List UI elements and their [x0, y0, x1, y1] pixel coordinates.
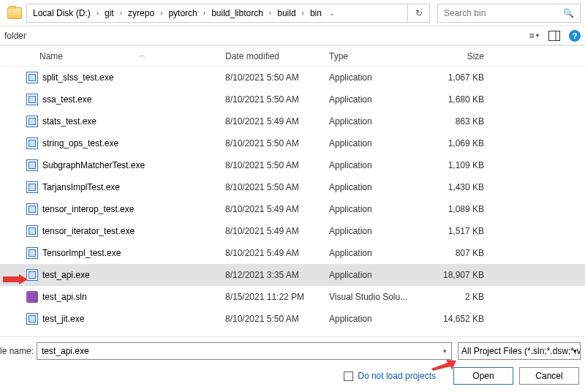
refresh-button[interactable]: ↻	[408, 4, 430, 23]
file-date: 8/12/2021 3:35 AM	[218, 270, 322, 280]
help-button[interactable]: ?	[565, 28, 585, 44]
file-size: 1,430 KB	[411, 182, 506, 192]
sort-indicator-icon: ︿	[139, 50, 146, 60]
file-type: Application	[322, 94, 411, 105]
breadcrumb[interactable]: Local Disk (D:)›git›zyrepo›pytorch›build…	[26, 4, 408, 23]
file-size: 1,517 KB	[411, 226, 506, 236]
file-type: Application	[322, 248, 411, 258]
file-row[interactable]: test_api.sln8/15/2021 11:22 PMVisual Stu…	[0, 286, 585, 308]
file-row[interactable]: stats_test.exe8/10/2021 5:49 AMApplicati…	[0, 110, 585, 132]
file-size: 863 KB	[411, 116, 506, 127]
column-name[interactable]: Name︿	[0, 51, 218, 61]
preview-pane-button[interactable]	[544, 28, 565, 44]
open-button[interactable]: Open	[453, 367, 513, 385]
file-size: 14,652 KB	[411, 314, 506, 324]
file-type: Visual Studio Solu...	[322, 292, 411, 302]
file-type: Application	[322, 116, 411, 127]
file-row[interactable]: split_slss_test.exe8/10/2021 5:50 AMAppl…	[0, 67, 585, 88]
file-row[interactable]: tensor_iterator_test.exe8/10/2021 5:49 A…	[0, 220, 585, 242]
application-file-icon	[26, 269, 38, 281]
application-file-icon	[26, 159, 38, 171]
cancel-button[interactable]: Cancel	[519, 367, 579, 385]
column-size[interactable]: Size	[411, 51, 506, 61]
file-type: Application	[322, 72, 411, 83]
file-size: 1,067 KB	[411, 72, 506, 83]
application-file-icon	[26, 181, 38, 193]
search-placeholder: Search bin	[444, 8, 563, 18]
breadcrumb-segment[interactable]: build	[274, 8, 298, 18]
application-file-icon	[26, 137, 38, 149]
file-name: tensor_iterator_test.exe	[42, 226, 135, 236]
breadcrumb-segment[interactable]: bin	[307, 8, 325, 18]
folder-label: folder	[4, 31, 26, 41]
file-name: stats_test.exe	[42, 116, 97, 127]
chevron-right-icon: ›	[202, 9, 207, 17]
search-input[interactable]: Search bin 🔍	[437, 4, 581, 23]
filename-input[interactable]: test_api.exe ▾	[37, 342, 452, 360]
file-type: Application	[322, 226, 411, 236]
file-type: Application	[322, 182, 411, 192]
file-name: test_api.sln	[42, 292, 87, 302]
chevron-right-icon: ›	[159, 9, 164, 17]
file-name: ssa_test.exe	[42, 94, 91, 105]
file-date: 8/10/2021 5:50 AM	[218, 94, 322, 105]
file-size: 2 KB	[411, 292, 506, 302]
file-date: 8/10/2021 5:50 AM	[218, 314, 322, 324]
file-size: 1,680 KB	[411, 94, 506, 105]
filename-value: test_api.exe	[42, 346, 89, 356]
chevron-right-icon: ›	[118, 9, 124, 17]
bottom-panel: le name: test_api.exe ▾ All Project File…	[0, 336, 585, 392]
search-icon: 🔍	[563, 8, 574, 18]
breadcrumb-segment[interactable]: Local Disk (D:)	[30, 8, 94, 18]
application-file-icon	[26, 203, 38, 215]
column-date[interactable]: Date modified	[218, 51, 322, 61]
file-row[interactable]: test_api.exe8/12/2021 3:35 AMApplication…	[0, 264, 585, 286]
breadcrumb-segment[interactable]: git	[102, 8, 117, 18]
toolbar: folder ≡ ▾ ?	[0, 26, 585, 45]
application-file-icon	[26, 94, 38, 105]
chevron-down-icon[interactable]: ⌄	[326, 10, 341, 17]
view-options-button[interactable]: ≡ ▾	[524, 28, 544, 44]
file-name: TensorImpl_test.exe	[42, 248, 121, 258]
file-row[interactable]: ssa_test.exe8/10/2021 5:50 AMApplication…	[0, 88, 585, 110]
file-row[interactable]: SubgraphMatcherTest.exe8/10/2021 5:50 AM…	[0, 154, 585, 176]
application-file-icon	[26, 313, 38, 325]
file-name: TarjansImplTest.exe	[42, 182, 120, 192]
file-date: 8/10/2021 5:49 AM	[218, 204, 322, 214]
checkbox-icon	[344, 372, 353, 381]
file-date: 8/10/2021 5:49 AM	[218, 248, 322, 258]
breadcrumb-segment[interactable]: pytorch	[165, 8, 200, 18]
file-row[interactable]: TensorImpl_test.exe8/10/2021 5:49 AMAppl…	[0, 242, 585, 264]
file-type-filter[interactable]: All Project Files (*.sln;*.dsw;*.vc ▾	[458, 342, 581, 360]
chevron-right-icon: ›	[268, 9, 273, 17]
file-size: 1,069 KB	[411, 138, 506, 148]
file-date: 8/10/2021 5:49 AM	[218, 116, 322, 127]
chevron-right-icon: ›	[301, 9, 306, 17]
application-file-icon	[26, 72, 38, 83]
file-size: 807 KB	[411, 248, 506, 258]
file-size: 1,089 KB	[411, 204, 506, 214]
file-row[interactable]: tensor_interop_test.exe8/10/2021 5:49 AM…	[0, 198, 585, 220]
checkbox-label: Do not load projects	[358, 371, 436, 381]
file-type: Application	[322, 314, 411, 324]
filter-label: All Project Files (*.sln;*.dsw;*.vc	[461, 346, 581, 356]
solution-file-icon	[26, 291, 38, 303]
filename-label: le name:	[0, 346, 37, 356]
file-row[interactable]: test_jit.exe8/10/2021 5:50 AMApplication…	[0, 308, 585, 330]
file-date: 8/10/2021 5:50 AM	[218, 160, 322, 170]
chevron-down-icon: ▾	[443, 347, 447, 355]
file-size: 18,907 KB	[411, 270, 506, 280]
file-name: tensor_interop_test.exe	[42, 204, 134, 214]
file-name: test_jit.exe	[42, 314, 84, 324]
file-date: 8/10/2021 5:49 AM	[218, 226, 322, 236]
file-name: SubgraphMatcherTest.exe	[42, 160, 145, 170]
breadcrumb-segment[interactable]: zyrepo	[125, 8, 157, 18]
file-row[interactable]: TarjansImplTest.exe8/10/2021 5:50 AMAppl…	[0, 176, 585, 198]
column-type[interactable]: Type	[322, 51, 411, 61]
column-headers: Name︿ Date modified Type Size	[0, 46, 585, 67]
do-not-load-projects-checkbox[interactable]: Do not load projects	[344, 371, 436, 381]
file-row[interactable]: string_ops_test.exe8/10/2021 5:50 AMAppl…	[0, 132, 585, 154]
svg-rect-0	[549, 31, 560, 40]
breadcrumb-segment[interactable]: build_libtorch	[208, 8, 266, 18]
file-date: 8/10/2021 5:50 AM	[218, 72, 322, 83]
